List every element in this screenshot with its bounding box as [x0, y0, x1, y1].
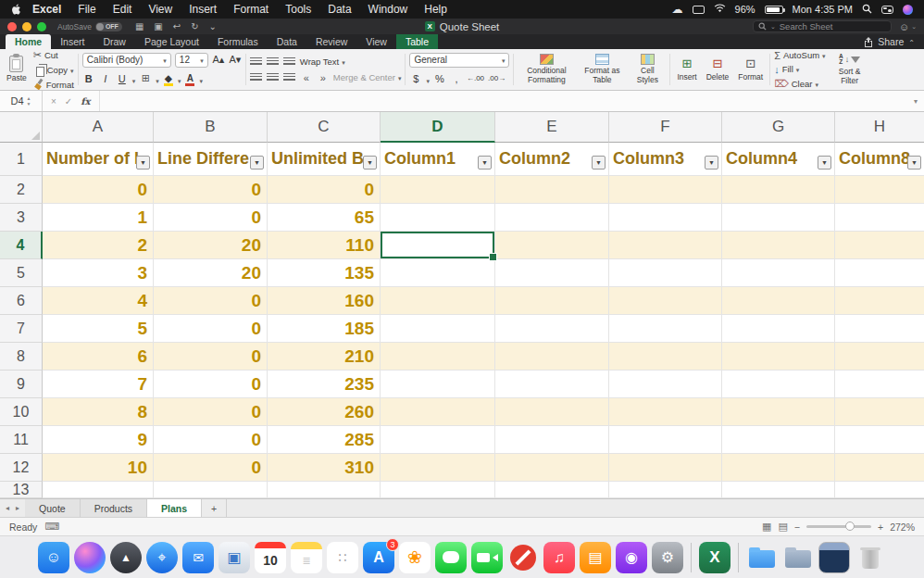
cell-A4[interactable]: 2 [43, 232, 154, 259]
system-preferences-dock-icon[interactable]: ⚙ [652, 542, 683, 573]
name-box[interactable]: D4 ▲▼ [0, 91, 43, 111]
cell-H10[interactable] [835, 398, 924, 426]
cell-G9[interactable] [722, 371, 835, 398]
menu-clock[interactable]: Mon 4:35 PM [793, 4, 853, 15]
cell-C10[interactable]: 260 [268, 398, 381, 426]
currency-format-button[interactable]: $ [409, 72, 422, 85]
cell-C5[interactable]: 135 [268, 259, 381, 287]
font-name-select[interactable]: Calibri (Body) [82, 53, 171, 68]
decrease-indent-button[interactable]: « [300, 71, 313, 84]
row-header-2[interactable]: 2 [0, 176, 43, 204]
cell-B13[interactable] [154, 482, 268, 498]
tab-view[interactable]: View [356, 34, 396, 49]
cell-G7[interactable] [722, 315, 835, 343]
header-cell-A1[interactable]: Number of L▼ [43, 143, 154, 176]
cell-B2[interactable]: 0 [154, 176, 268, 204]
preview-dock-icon[interactable]: ▣ [219, 542, 250, 573]
column-header-G[interactable]: G [722, 112, 835, 143]
row-header-6[interactable]: 6 [0, 287, 43, 315]
tab-home[interactable]: Home [6, 34, 51, 49]
row-header-1[interactable]: 1 [0, 143, 43, 176]
notes-dock-icon[interactable]: ≣ [291, 542, 322, 573]
cell-G5[interactable] [722, 259, 835, 287]
column-header-C[interactable]: C [268, 112, 381, 143]
cell-A12[interactable]: 10 [43, 454, 154, 482]
zoom-slider[interactable] [806, 525, 871, 528]
menu-data[interactable]: Data [319, 3, 359, 16]
fullscreen-window-button[interactable] [37, 22, 46, 31]
cell-F4[interactable] [609, 232, 722, 259]
fill-button[interactable]: ↓Fill [774, 64, 825, 75]
launchpad-dock-icon[interactable]: ▲ [110, 542, 142, 573]
cell-E6[interactable] [495, 287, 609, 315]
share-button[interactable]: Share [855, 34, 924, 49]
tab-table[interactable]: Table [396, 34, 438, 49]
tab-formulas[interactable]: Formulas [208, 34, 268, 49]
paste-button[interactable]: Paste [4, 51, 30, 88]
column-header-H[interactable]: H [835, 112, 924, 143]
documents-folder-dock-icon[interactable] [746, 542, 778, 573]
cell-A5[interactable]: 3 [43, 259, 154, 287]
calendar-dock-icon[interactable]: 10 [255, 542, 286, 573]
normal-view-icon[interactable]: ▦ [762, 521, 771, 533]
cell-E10[interactable] [495, 398, 609, 426]
siri-dock-icon[interactable] [74, 542, 106, 573]
percent-format-button[interactable]: % [433, 72, 446, 85]
cell-F5[interactable] [609, 259, 722, 287]
apple-menu-icon[interactable] [11, 4, 22, 15]
cell-F12[interactable] [609, 454, 722, 482]
cell-B8[interactable]: 0 [154, 343, 268, 371]
tab-data[interactable]: Data [268, 34, 306, 49]
wrap-text-button[interactable]: Wrap Text [300, 56, 345, 68]
menu-window[interactable]: Window [360, 3, 417, 16]
confirm-entry-icon[interactable]: ✓ [65, 96, 72, 107]
cell-D13[interactable] [381, 482, 495, 498]
cell-C9[interactable]: 235 [268, 371, 381, 398]
align-center-button[interactable] [267, 71, 280, 84]
header-cell-F1[interactable]: Column3▼ [609, 143, 722, 176]
cell-E12[interactable] [495, 454, 609, 482]
increase-decimal-button[interactable]: ←.00 [467, 72, 484, 84]
align-right-button[interactable] [283, 71, 296, 84]
row-header-8[interactable]: 8 [0, 343, 43, 371]
cell-A8[interactable]: 6 [43, 343, 154, 371]
cell-C8[interactable]: 210 [268, 343, 381, 371]
cell-E7[interactable] [495, 315, 609, 343]
formula-input[interactable] [100, 91, 907, 111]
menu-help[interactable]: Help [416, 3, 456, 16]
zoom-level[interactable]: 272% [890, 521, 915, 533]
cell-A9[interactable]: 7 [43, 371, 154, 398]
row-header-11[interactable]: 11 [0, 426, 43, 454]
format-painter-button[interactable]: Format [33, 79, 74, 90]
select-all-corner[interactable] [0, 112, 43, 143]
cell-F11[interactable] [609, 426, 722, 454]
cell-F7[interactable] [609, 315, 722, 343]
column-header-E[interactable]: E [495, 112, 609, 143]
cell-H8[interactable] [835, 343, 924, 371]
cell-E2[interactable] [495, 176, 609, 204]
tab-page-layout[interactable]: Page Layout [135, 34, 208, 49]
italic-button[interactable]: I [99, 72, 112, 85]
collapse-ribbon-icon[interactable] [908, 36, 915, 47]
column-header-A[interactable]: A [43, 112, 154, 143]
prev-sheet-icon[interactable]: ◂ [6, 504, 9, 512]
underline-button[interactable]: U [116, 72, 129, 85]
sheet-tab-quote[interactable]: Quote [25, 499, 81, 517]
menu-excel[interactable]: Excel [24, 3, 69, 16]
undo-icon[interactable]: ↩ [173, 21, 181, 31]
bold-button[interactable]: B [82, 72, 95, 85]
cloud-icon[interactable]: ☁ [672, 3, 683, 16]
cell-A7[interactable]: 5 [43, 315, 154, 343]
cell-G4[interactable] [722, 232, 835, 259]
cell-D9[interactable] [381, 371, 495, 398]
menu-tools[interactable]: Tools [277, 3, 319, 16]
cell-G11[interactable] [722, 426, 835, 454]
cell-F13[interactable] [609, 482, 722, 498]
app-store-dock-icon[interactable]: A3 [363, 542, 394, 573]
cell-D10[interactable] [381, 398, 495, 426]
cell-B6[interactable]: 0 [154, 287, 268, 315]
menu-file[interactable]: File [69, 3, 104, 16]
search-sheet-input[interactable]: ⌄ Search Sheet [753, 20, 892, 32]
tab-review[interactable]: Review [306, 34, 356, 49]
name-box-stepper[interactable]: ▲▼ [27, 95, 31, 107]
